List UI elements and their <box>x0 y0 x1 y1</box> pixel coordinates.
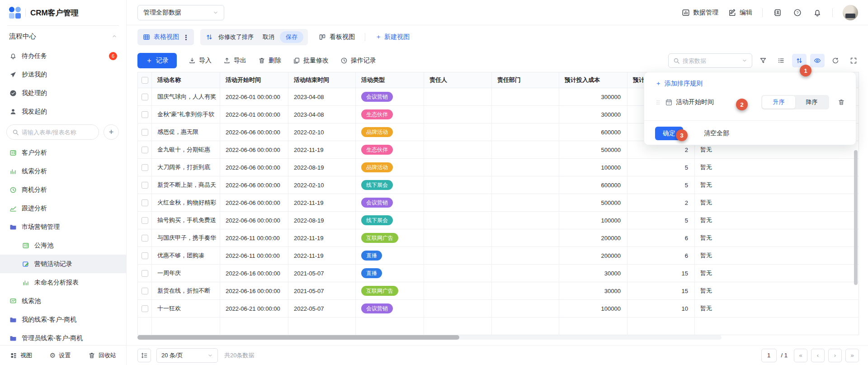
add-sort-rule-button[interactable]: ＋ 添加排序规则 <box>655 80 845 88</box>
cancel-sort-button[interactable]: 取消 <box>263 33 274 41</box>
row-checkbox[interactable] <box>142 305 148 312</box>
sidebar-section-process[interactable]: 流程中心 <box>0 26 126 47</box>
export-button[interactable]: 导出 <box>223 57 246 65</box>
sidebar-item-待办任务[interactable]: 待办任务6 <box>0 47 126 65</box>
table-row[interactable]: 与国庆甲子，携手奏华 2022-06-11 00:00:00 2022-11-1… <box>138 229 859 247</box>
vertical-scrollbar-thumb[interactable] <box>854 150 858 285</box>
table-row[interactable]: 十一狂欢 2022-06-21 00:00:00 2022-05-07 会议营销… <box>138 300 859 318</box>
sidebar-item-管理员线索-客户-商机[interactable]: 管理员线索-客户-商机 <box>0 329 126 347</box>
table-row[interactable]: 一周年庆 2022-06-16 00:00:00 2021-05-07 直播 3… <box>138 265 859 282</box>
table-row[interactable]: 新货不断上架，商品天 2022-06-06 00:00:00 2022-02-1… <box>138 176 859 194</box>
notification-bell-icon[interactable] <box>812 8 822 18</box>
drag-handle-icon[interactable] <box>655 100 661 105</box>
sidebar-item-营销活动记录[interactable]: 营销活动记录 <box>0 255 126 273</box>
horizontal-scrollbar[interactable] <box>137 335 722 340</box>
group-button[interactable] <box>774 54 788 67</box>
add-form-button[interactable]: + <box>104 124 119 140</box>
save-sort-button[interactable]: 保存 <box>280 31 303 43</box>
data-manage-button[interactable]: 数据管理 <box>682 9 718 17</box>
user-avatar[interactable] <box>843 5 858 20</box>
new-view-button[interactable]: ＋ 新建视图 <box>375 33 410 41</box>
contacts-book-icon[interactable] <box>773 8 783 18</box>
cell-activity-type: 线下展会 <box>356 176 424 194</box>
batch-edit-button[interactable]: 批量修改 <box>293 57 329 65</box>
column-header[interactable]: 预计投入成本 <box>559 72 627 88</box>
table-row[interactable]: 优惠不够，团购凑 2022-06-11 00:00:00 2022-11-19 … <box>138 247 859 265</box>
column-header[interactable]: 活动类型 <box>356 72 424 88</box>
sidebar-item-我的线索-客户-商机[interactable]: 我的线索-客户-商机 <box>0 310 126 329</box>
table-search-input[interactable] <box>683 57 739 64</box>
clear-all-button[interactable]: 清空全部 <box>704 129 729 137</box>
footer-设置[interactable]: ⚙ 设置 <box>50 351 71 360</box>
next-page-button[interactable]: › <box>828 349 842 362</box>
sidebar-item-公海池[interactable]: 公海池 <box>0 236 126 255</box>
column-header[interactable]: 责任部门 <box>492 72 559 88</box>
sidebar-item-我处理的[interactable]: 我处理的 <box>0 84 126 102</box>
delete-rule-icon[interactable] <box>838 99 845 106</box>
row-checkbox[interactable] <box>142 147 148 153</box>
cell-estimated-metric: 5 <box>627 212 695 229</box>
sidebar-item-我发起的[interactable]: 我发起的 <box>0 102 126 121</box>
first-page-button[interactable]: « <box>794 349 807 362</box>
row-checkbox[interactable] <box>142 235 148 242</box>
table-row[interactable]: 火红金秋，购物好精彩 2022-06-06 00:00:00 2022-11-1… <box>138 194 859 212</box>
table-row[interactable]: 新货在线，折扣不断 2022-06-16 00:00:00 2021-05-07… <box>138 282 859 300</box>
column-header[interactable]: 活动名称 <box>152 72 220 88</box>
row-checkbox[interactable] <box>142 94 148 100</box>
row-checkbox[interactable] <box>142 270 148 277</box>
sidebar-item-未命名分析报表[interactable]: 未命名分析报表 <box>0 273 126 292</box>
column-header[interactable]: 活动开始时间 <box>220 72 288 88</box>
sidebar-item-label: 管理员线索-客户-商机 <box>22 334 117 342</box>
cell-department <box>492 282 559 299</box>
column-header[interactable]: 责任人 <box>424 72 492 88</box>
sidebar-item-抄送我的[interactable]: 抄送我的 <box>0 65 126 84</box>
row-checkbox[interactable] <box>142 182 148 189</box>
tab-kanban-view[interactable]: 看板视图 <box>319 33 355 41</box>
row-checkbox[interactable] <box>142 288 148 294</box>
footer-视图[interactable]: 视图 <box>10 351 32 360</box>
page-number-input[interactable] <box>761 349 777 362</box>
filter-button[interactable] <box>756 54 770 67</box>
fullscreen-button[interactable] <box>846 54 861 67</box>
sidebar-search[interactable] <box>6 124 99 140</box>
ascend-option[interactable]: 升序 <box>762 96 795 109</box>
sidebar-search-input[interactable] <box>22 129 93 136</box>
sidebar-item-跟进分析[interactable]: 跟进分析 <box>0 199 126 218</box>
row-checkbox[interactable] <box>142 217 148 224</box>
edit-button[interactable]: 编辑 <box>728 9 752 17</box>
delete-button[interactable]: 删除 <box>258 57 281 65</box>
data-scope-select[interactable]: 管理全部数据 <box>137 5 224 20</box>
sidebar-item-线索池[interactable]: 线索池 <box>0 292 126 310</box>
table-row[interactable]: 大刀阔斧，打折到底 2022-06-06 00:00:00 2022-08-19… <box>138 159 859 176</box>
chevron-up-icon[interactable] <box>112 33 117 39</box>
add-record-button[interactable]: ＋ 记录 <box>137 53 177 68</box>
tab-table-view[interactable]: 表格视图 ⋮ <box>137 29 194 45</box>
kebab-menu-icon[interactable]: ⋮ <box>183 34 189 41</box>
footer-回收站[interactable]: 回收站 <box>88 351 116 360</box>
page-size-select[interactable]: 20 条/页 <box>156 348 218 363</box>
row-checkbox[interactable] <box>142 199 148 206</box>
prev-page-button[interactable]: ‹ <box>811 349 825 362</box>
column-header[interactable]: 活动结束时间 <box>288 72 356 88</box>
sidebar-item-市场营销管理[interactable]: 市场营销管理 <box>0 218 126 236</box>
help-icon[interactable]: ? <box>793 8 802 18</box>
sort-field[interactable]: 7 活动开始时间 <box>665 98 714 106</box>
descend-option[interactable]: 降序 <box>795 96 828 109</box>
sidebar-item-商机分析[interactable]: 商机分析 <box>0 180 126 199</box>
hide-fields-button[interactable] <box>810 54 825 67</box>
sidebar-item-线索分析[interactable]: 线索分析 <box>0 162 126 180</box>
sidebar-item-客户分析[interactable]: 客户分析 <box>0 143 126 162</box>
row-height-button[interactable] <box>137 349 151 362</box>
table-row[interactable]: 抽号购买，手机免费送 2022-06-06 00:00:00 2022-08-1… <box>138 212 859 229</box>
horizontal-scrollbar-thumb[interactable] <box>137 335 459 340</box>
row-checkbox[interactable] <box>142 252 148 259</box>
row-checkbox[interactable] <box>142 164 148 171</box>
refresh-button[interactable] <box>828 54 843 67</box>
operation-log-button[interactable]: 操作记录 <box>340 57 376 65</box>
row-checkbox[interactable] <box>142 111 148 118</box>
last-page-button[interactable]: » <box>845 349 859 362</box>
import-button[interactable]: 导入 <box>189 57 212 65</box>
row-checkbox[interactable] <box>142 129 148 136</box>
select-all-checkbox[interactable] <box>142 77 148 84</box>
table-search[interactable] <box>668 53 752 68</box>
